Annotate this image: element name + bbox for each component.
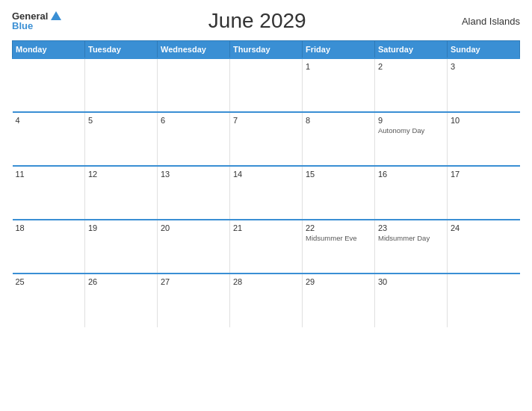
calendar-cell: 17 (448, 166, 520, 220)
event-label: Midsummer Day (378, 234, 444, 243)
day-number: 12 (88, 170, 154, 179)
calendar-cell: 14 (230, 166, 303, 220)
calendar-cell: 11 (13, 166, 85, 220)
calendar-cell: 1 (303, 58, 375, 112)
calendar-cell: 29 (303, 274, 375, 327)
col-saturday: Saturday (375, 41, 448, 59)
logo: General Blue (12, 11, 61, 31)
day-number: 17 (451, 170, 517, 179)
calendar-week-row: 252627282930 (13, 274, 520, 327)
day-number: 7 (233, 116, 299, 125)
calendar-title: June 2029 (61, 9, 453, 33)
day-number: 26 (88, 277, 154, 286)
calendar-cell (230, 58, 303, 112)
calendar-week-row: 456789Autonomy Day10 (13, 112, 520, 166)
calendar-cell: 18 (13, 220, 85, 274)
calendar-cell: 30 (375, 274, 448, 327)
calendar-cell: 16 (375, 166, 448, 220)
calendar-header: General Blue June 2029 Aland Islands (12, 9, 520, 33)
day-number: 13 (161, 170, 226, 179)
day-number: 20 (161, 223, 226, 232)
logo-triangle-icon (51, 11, 61, 20)
day-number: 5 (88, 116, 154, 125)
calendar-cell: 21 (230, 220, 303, 274)
event-label: Midsummer Eve (306, 234, 371, 243)
calendar-page: General Blue June 2029 Aland Islands Mon… (0, 0, 532, 411)
calendar-cell (158, 58, 230, 112)
day-number: 28 (233, 277, 299, 286)
calendar-week-row: 123 (13, 58, 520, 112)
day-number: 2 (378, 62, 444, 71)
col-sunday: Sunday (448, 41, 520, 59)
calendar-cell: 15 (303, 166, 375, 220)
calendar-week-row: 1819202122Midsummer Eve23Midsummer Day24 (13, 220, 520, 274)
calendar-cell: 3 (448, 58, 520, 112)
day-number: 24 (451, 223, 517, 232)
calendar-cell (448, 274, 520, 327)
day-number: 14 (233, 170, 299, 179)
calendar-cell: 25 (13, 274, 85, 327)
calendar-cell: 26 (85, 274, 158, 327)
day-number: 23 (378, 223, 444, 232)
day-number: 9 (378, 116, 444, 125)
col-tuesday: Tuesday (85, 41, 158, 59)
calendar-cell: 27 (158, 274, 230, 327)
calendar-cell: 5 (85, 112, 158, 166)
day-number: 19 (88, 223, 154, 232)
calendar-table: Monday Tuesday Wednesday Thursday Friday… (12, 40, 520, 327)
day-number: 25 (16, 277, 82, 286)
calendar-header-row: Monday Tuesday Wednesday Thursday Friday… (13, 41, 520, 59)
calendar-cell: 9Autonomy Day (375, 112, 448, 166)
calendar-cell: 10 (448, 112, 520, 166)
calendar-cell: 22Midsummer Eve (303, 220, 375, 274)
calendar-cell (85, 58, 158, 112)
calendar-week-row: 11121314151617 (13, 166, 520, 220)
day-number: 29 (306, 277, 371, 286)
day-number: 22 (306, 223, 371, 232)
col-friday: Friday (303, 41, 375, 59)
day-number: 18 (16, 223, 82, 232)
col-monday: Monday (13, 41, 85, 59)
calendar-cell: 8 (303, 112, 375, 166)
calendar-cell: 6 (158, 112, 230, 166)
day-number: 1 (306, 62, 371, 71)
day-number: 6 (161, 116, 226, 125)
calendar-cell: 28 (230, 274, 303, 327)
day-number: 4 (16, 116, 82, 125)
day-number: 16 (378, 170, 444, 179)
calendar-cell: 4 (13, 112, 85, 166)
region-label: Aland Islands (453, 16, 520, 27)
calendar-cell: 20 (158, 220, 230, 274)
event-label: Autonomy Day (378, 126, 444, 135)
logo-blue-text: Blue (12, 21, 61, 31)
calendar-cell: 19 (85, 220, 158, 274)
col-thursday: Thursday (230, 41, 303, 59)
col-wednesday: Wednesday (158, 41, 230, 59)
calendar-cell: 24 (448, 220, 520, 274)
day-number: 3 (451, 62, 517, 71)
calendar-cell (13, 58, 85, 112)
day-number: 8 (306, 116, 371, 125)
calendar-cell: 12 (85, 166, 158, 220)
day-number: 15 (306, 170, 371, 179)
day-number: 11 (16, 170, 82, 179)
day-number: 21 (233, 223, 299, 232)
calendar-cell: 7 (230, 112, 303, 166)
day-number: 10 (451, 116, 517, 125)
calendar-cell: 13 (158, 166, 230, 220)
calendar-cell: 23Midsummer Day (375, 220, 448, 274)
calendar-cell: 2 (375, 58, 448, 112)
day-number: 27 (161, 277, 226, 286)
day-number: 30 (378, 277, 444, 286)
